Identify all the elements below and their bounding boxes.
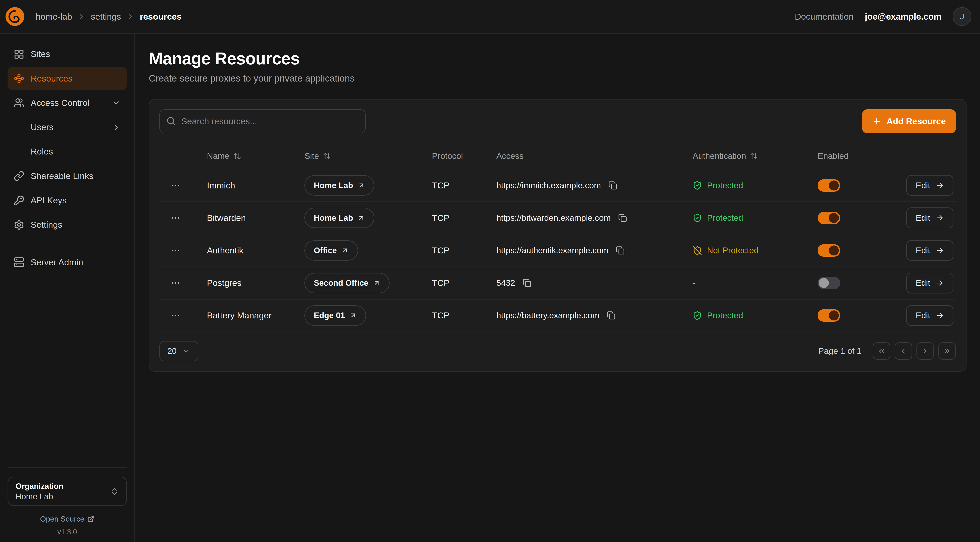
- sidebar-item-api-keys[interactable]: API Keys: [8, 189, 127, 212]
- auth-status: Not Protected: [707, 245, 759, 255]
- copy-icon: [608, 181, 617, 190]
- copy-button[interactable]: [607, 180, 619, 191]
- sidebar-item-sites[interactable]: Sites: [8, 43, 127, 65]
- users-icon: [14, 97, 24, 108]
- user-email[interactable]: joe@example.com: [865, 12, 942, 22]
- enabled-toggle[interactable]: [818, 277, 840, 289]
- protocol-value: TCP: [432, 213, 449, 223]
- site-link-button[interactable]: Office: [304, 240, 358, 261]
- site-link-button[interactable]: Home Lab: [304, 175, 374, 196]
- copy-icon: [616, 246, 625, 255]
- resource-name: Battery Manager: [207, 311, 272, 320]
- row-actions-button[interactable]: [168, 178, 183, 193]
- sidebar-item-label: Shareable Links: [31, 171, 93, 181]
- table-row: Postgres Second Office TCP 5432 -: [159, 267, 956, 300]
- pagination: 20 Page 1 of 1: [159, 341, 956, 361]
- arrow-right-icon: [936, 181, 944, 190]
- copy-button[interactable]: [606, 310, 617, 321]
- pangolin-logo[interactable]: [5, 6, 25, 27]
- edit-button[interactable]: Edit: [906, 207, 953, 228]
- edit-label: Edit: [916, 311, 930, 320]
- chevron-down-icon: [182, 347, 190, 355]
- copy-icon: [607, 311, 616, 320]
- access-url: https://bitwarden.example.com: [496, 213, 611, 223]
- enabled-toggle[interactable]: [818, 179, 840, 192]
- main-content: Manage Resources Create secure proxies t…: [135, 34, 980, 542]
- search-input[interactable]: [159, 109, 366, 133]
- column-name[interactable]: Name: [207, 151, 304, 161]
- sort-icon: [323, 152, 331, 160]
- site-name: Home Lab: [314, 214, 353, 223]
- sidebar-item-settings[interactable]: Settings: [8, 213, 127, 236]
- edit-button[interactable]: Edit: [906, 175, 953, 196]
- sidebar-item-label: Sites: [31, 49, 50, 59]
- version-label: v1.3.0: [8, 528, 127, 536]
- row-actions-button[interactable]: [168, 276, 183, 290]
- sidebar-item-resources[interactable]: Resources: [8, 67, 127, 90]
- edit-button[interactable]: Edit: [906, 240, 953, 261]
- resource-name: Authentik: [207, 245, 243, 255]
- previous-page-button[interactable]: [895, 342, 912, 360]
- resources-card: Add Resource Name Site Protocol: [149, 99, 967, 372]
- site-link-button[interactable]: Home Lab: [304, 208, 374, 228]
- auth-status: Protected: [707, 311, 743, 320]
- resource-name: Postgres: [207, 278, 242, 288]
- shield-check-icon: [692, 311, 702, 320]
- sidebar-item-roles[interactable]: Roles: [8, 140, 127, 163]
- sidebar-item-users[interactable]: Users: [8, 116, 127, 139]
- page-size-select[interactable]: 20: [159, 341, 198, 361]
- page-info: Page 1 of 1: [818, 346, 862, 356]
- last-page-button[interactable]: [938, 342, 956, 360]
- breadcrumb-resources[interactable]: resources: [140, 12, 181, 22]
- breadcrumb-settings[interactable]: settings: [91, 12, 121, 22]
- edit-button[interactable]: Edit: [906, 273, 953, 293]
- shield-check-icon: [692, 181, 702, 190]
- copy-button[interactable]: [521, 277, 533, 289]
- server-icon: [14, 257, 24, 268]
- row-actions-button[interactable]: [168, 308, 183, 323]
- sidebar-item-server-admin[interactable]: Server Admin: [8, 251, 127, 274]
- enabled-toggle[interactable]: [818, 309, 840, 322]
- enabled-toggle[interactable]: [818, 244, 840, 257]
- copy-button[interactable]: [615, 245, 626, 256]
- edit-label: Edit: [916, 181, 930, 190]
- chevron-right-icon: [78, 13, 85, 21]
- access-url: 5432: [496, 278, 515, 288]
- sidebar-item-label: Roles: [31, 147, 53, 156]
- first-page-button[interactable]: [873, 342, 890, 360]
- breadcrumb-org[interactable]: home-lab: [35, 12, 72, 22]
- auth-status: Protected: [707, 213, 743, 223]
- open-source-link[interactable]: Open Source: [8, 515, 127, 523]
- access-url: https://authentik.example.com: [496, 245, 609, 255]
- arrow-up-right-icon: [373, 279, 380, 287]
- table-row: Battery Manager Edge 01 TCP https://batt…: [159, 300, 956, 332]
- toggle-knob: [829, 311, 839, 320]
- ellipsis-icon: [170, 213, 181, 223]
- open-source-label: Open Source: [40, 515, 84, 523]
- chevron-right-icon: [127, 13, 134, 21]
- avatar[interactable]: J: [953, 7, 971, 26]
- organization-selector[interactable]: Organization Home Lab: [8, 477, 127, 506]
- next-page-button[interactable]: [916, 342, 934, 360]
- sidebar-item-shareable-links[interactable]: Shareable Links: [8, 164, 127, 188]
- enabled-toggle[interactable]: [818, 212, 840, 224]
- access-url: https://immich.example.com: [496, 181, 601, 190]
- documentation-link[interactable]: Documentation: [795, 12, 854, 22]
- site-link-button[interactable]: Second Office: [304, 273, 390, 293]
- column-site[interactable]: Site: [304, 151, 432, 161]
- column-authentication[interactable]: Authentication: [692, 151, 818, 161]
- site-link-button[interactable]: Edge 01: [304, 305, 366, 326]
- table-row: Authentik Office TCP https://authentik.e…: [159, 234, 956, 267]
- add-resource-button[interactable]: Add Resource: [862, 109, 956, 133]
- copy-button[interactable]: [617, 212, 628, 223]
- edit-button[interactable]: Edit: [906, 305, 953, 326]
- sidebar-item-label: Resources: [31, 73, 73, 84]
- page-title: Manage Resources: [149, 49, 967, 69]
- row-actions-button[interactable]: [168, 243, 183, 258]
- card-toolbar: Add Resource: [159, 109, 956, 133]
- sidebar-divider: [9, 244, 126, 244]
- access-url: https://battery.example.com: [496, 311, 600, 320]
- edit-label: Edit: [916, 245, 930, 255]
- sidebar-item-access-control[interactable]: Access Control: [8, 91, 127, 115]
- row-actions-button[interactable]: [168, 210, 183, 225]
